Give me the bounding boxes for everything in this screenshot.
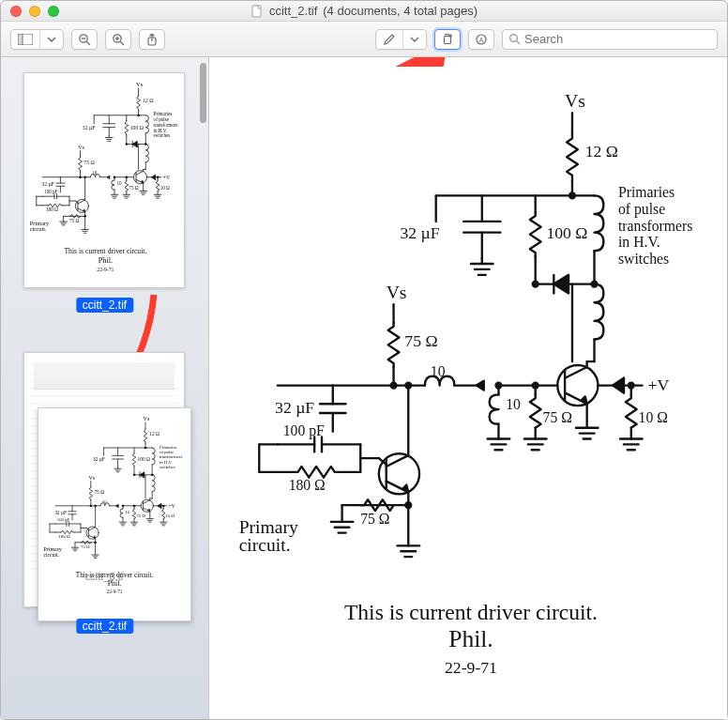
svg-text:circuit.: circuit. [30,225,47,232]
sidebar-view-icon[interactable] [11,30,39,49]
svg-point-163 [133,474,135,476]
thumbnail-sidebar[interactable]: Vs 12 Ω [1,57,209,719]
minimize-window-button[interactable] [29,6,40,17]
thumbnail-1[interactable]: Vs 12 Ω [23,72,185,288]
thumbnail-2[interactable]: Vs 12 Ω [23,352,185,607]
svg-text:A: A [479,36,484,42]
svg-text:Primaries: Primaries [154,111,173,116]
zoom-window-button[interactable] [48,6,59,17]
svg-text:switches: switches [154,132,171,138]
rotate-button[interactable] [434,29,461,50]
svg-text:switches: switches [159,465,175,469]
svg-line-170 [144,508,150,512]
inspector-icon: A [475,33,488,46]
svg-text:32 µF: 32 µF [41,181,54,187]
svg-point-83 [157,176,159,178]
svg-text:transformers: transformers [618,218,692,234]
document-icon [250,5,264,18]
svg-rect-12 [445,36,451,43]
svg-text:22-9-71: 22-9-71 [445,658,497,677]
svg-line-52 [136,179,144,183]
svg-text:Vs: Vs [78,144,85,150]
svg-text:10 Ω: 10 Ω [639,409,668,425]
svg-line-169 [144,500,150,504]
svg-text:Vs: Vs [387,283,407,302]
svg-text:Primaries: Primaries [159,445,177,450]
svg-text:22-9-71: 22-9-71 [97,267,114,272]
svg-text:This is current driver circuit: This is current driver circuit. [344,600,598,624]
zoom-in-button[interactable] [105,29,131,50]
svg-text:+V: +V [169,503,175,509]
svg-text:of pulse: of pulse [154,116,170,122]
search-field[interactable] [502,29,718,50]
traffic-lights [10,6,59,17]
svg-text:10: 10 [102,499,107,504]
svg-point-281 [533,282,538,287]
svg-text:Vs: Vs [144,416,150,421]
svg-line-115 [78,208,85,212]
svg-point-119 [84,215,86,217]
view-mode-chevron-icon[interactable] [39,30,63,49]
svg-line-233 [88,535,95,539]
title-suffix: (4 documents, 4 total pages) [323,4,478,18]
svg-text:75 Ω: 75 Ω [360,511,389,527]
svg-line-16 [516,40,520,44]
svg-text:32 µF: 32 µF [83,125,96,130]
svg-text:Vs: Vs [88,475,95,481]
svg-point-237 [95,542,97,544]
svg-line-5 [86,41,90,45]
svg-point-167 [141,499,153,512]
svg-text:180 Ω: 180 Ω [59,534,70,539]
svg-text:Primary: Primary [239,517,298,537]
markup-pencil-icon[interactable] [376,30,402,49]
svg-rect-2 [18,34,23,45]
svg-text:100 Ω: 100 Ω [138,456,150,462]
svg-text:circuit.: circuit. [43,552,59,558]
thumbnail-1-preview: Vs 12 Ω [24,73,187,283]
svg-text:10: 10 [117,180,123,186]
svg-text:75 Ω: 75 Ω [543,409,572,425]
thumbnail-1-caption: ccitt_2.tif [76,298,133,313]
sidebar-scrollbar[interactable] [200,63,206,123]
rotate-icon [441,33,454,46]
circuit-diagram: Vs 12 Ω [222,67,720,712]
svg-text:32 µF: 32 µF [93,456,105,462]
share-button[interactable] [139,29,165,50]
svg-text:180 Ω: 180 Ω [289,477,326,493]
svg-text:in H.V.: in H.V. [159,460,173,465]
inspector-button[interactable]: A [468,29,494,50]
search-input[interactable] [524,32,711,46]
svg-text:circuit.: circuit. [239,535,291,555]
svg-text:32 µF: 32 µF [54,510,67,515]
svg-text:75 Ω: 75 Ω [69,218,79,223]
markup-segmented[interactable] [375,29,427,50]
svg-point-164 [151,474,153,476]
svg-text:100 Ω: 100 Ω [546,223,587,242]
svg-text:10: 10 [125,510,129,514]
svg-point-117 [84,176,86,178]
content-area: Vs 12 Ω [1,57,727,719]
svg-point-49 [133,171,146,184]
svg-text:in H.V.: in H.V. [618,234,660,250]
markup-chevron-icon[interactable] [402,30,426,49]
svg-text:100 pF: 100 pF [283,422,325,439]
svg-point-73 [126,176,128,178]
svg-point-201 [162,505,164,507]
close-window-button[interactable] [10,6,22,17]
zoom-out-button[interactable] [71,29,98,50]
zoom-in-icon [112,33,125,46]
svg-text:transformers: transformers [154,122,178,128]
svg-text:10 Ω: 10 Ω [160,185,170,191]
svg-text:75 Ω: 75 Ω [404,331,437,350]
view-mode-segmented[interactable] [10,29,64,50]
svg-point-45 [126,144,128,146]
svg-text:75 Ω: 75 Ω [81,544,90,549]
svg-text:of pulse: of pulse [618,201,665,218]
svg-text:12 Ω: 12 Ω [149,431,159,437]
svg-text:Primary: Primary [30,220,50,226]
window-title: ccitt_2.tif (4 documents, 4 total pages) [250,4,478,18]
document-viewer[interactable]: Vs 12 Ω [209,57,727,719]
svg-text:Vs: Vs [136,81,144,87]
svg-text:transformers: transformers [159,454,182,459]
svg-text:switches: switches [618,251,669,267]
